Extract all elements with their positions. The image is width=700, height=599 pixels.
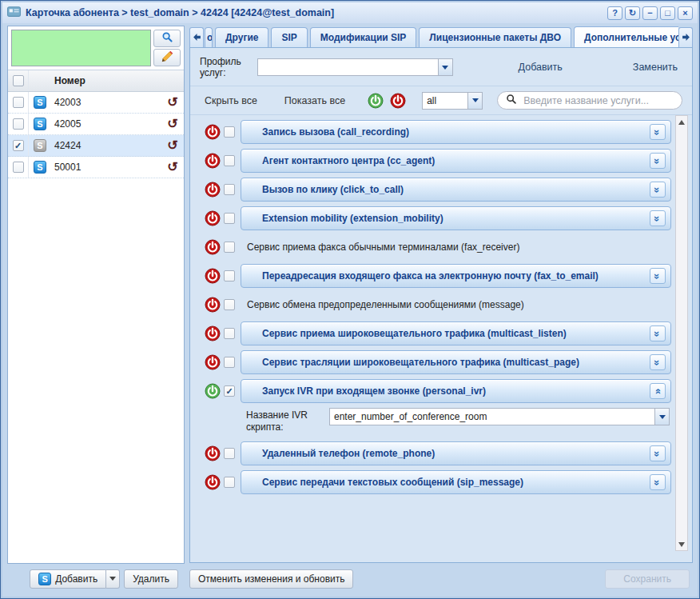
tabs-scroll-left-button[interactable] xyxy=(189,27,204,47)
service-profile-combobox[interactable] xyxy=(257,58,453,76)
refresh-button[interactable]: ↻ xyxy=(625,6,640,20)
service-power-icon[interactable] xyxy=(205,239,221,255)
expand-collapse-button[interactable] xyxy=(650,474,666,490)
history-icon[interactable]: ↺ xyxy=(167,118,177,130)
expand-collapse-button[interactable] xyxy=(650,268,666,284)
tabs-scroll-right-button[interactable] xyxy=(678,27,693,47)
subscriber-row[interactable]: S 42424 ↺ xyxy=(8,135,184,157)
service-checkbox[interactable] xyxy=(224,357,235,368)
expand-collapse-button[interactable] xyxy=(650,445,666,461)
service-power-icon[interactable] xyxy=(205,153,221,169)
service-checkbox[interactable] xyxy=(224,213,235,224)
combo-trigger[interactable] xyxy=(438,59,452,75)
services-scrollbar[interactable] xyxy=(675,115,688,551)
service-checkbox[interactable] xyxy=(224,328,235,339)
service-panel-header[interactable]: Сервис передачи текстовых сообщений (sip… xyxy=(241,470,671,494)
service-panel-header[interactable]: Сервис приема широковещательного трафика… xyxy=(241,321,671,345)
expand-collapse-button[interactable] xyxy=(650,182,666,198)
profile-label: Профиль услуг: xyxy=(200,56,257,78)
add-subscriber-menu-button[interactable] xyxy=(106,569,120,589)
subscriber-checkbox[interactable] xyxy=(13,162,24,173)
service-row: Сервис обмена предопределенными сообщени… xyxy=(205,293,671,317)
service-power-icon[interactable] xyxy=(205,124,221,140)
service-power-icon[interactable] xyxy=(205,182,221,198)
service-search-input[interactable] xyxy=(522,94,674,107)
history-icon[interactable]: ↺ xyxy=(167,139,177,152)
expand-collapse-button[interactable] xyxy=(650,325,666,341)
subscriber-row[interactable]: S 42003 ↺ xyxy=(8,92,184,114)
combo-trigger[interactable] xyxy=(654,409,669,425)
tab-strip: омераДругиеSIPМодификации SIPЛицензионны… xyxy=(204,26,678,47)
service-power-icon[interactable] xyxy=(205,268,221,284)
service-power-icon[interactable] xyxy=(205,297,221,313)
service-power-icon[interactable] xyxy=(205,474,221,490)
search-button[interactable] xyxy=(153,30,181,47)
filter-combobox[interactable]: all xyxy=(422,92,483,110)
service-checkbox[interactable] xyxy=(224,477,235,488)
service-checkbox[interactable] xyxy=(224,385,235,397)
window-controls: ? ↻ − □ × xyxy=(607,6,693,20)
add-subscriber-button[interactable]: S Добавить xyxy=(30,569,106,589)
tab-4[interactable]: Лицензионные пакеты ДВО xyxy=(419,27,571,47)
history-icon[interactable]: ↺ xyxy=(167,96,177,109)
service-checkbox[interactable] xyxy=(224,299,235,310)
service-panel-header[interactable]: Запись вызова (call_recording) xyxy=(241,120,671,144)
profile-replace-button[interactable]: Заменить xyxy=(628,61,682,74)
expand-collapse-button[interactable] xyxy=(650,383,666,399)
service-checkbox[interactable] xyxy=(224,270,235,282)
tab-3[interactable]: Модификации SIP xyxy=(310,27,417,47)
service-panel-header[interactable]: Вызов по клику (click_to_call) xyxy=(241,178,671,202)
service-power-icon[interactable] xyxy=(205,325,221,341)
tab-0[interactable]: омера xyxy=(205,27,213,47)
hide-all-button[interactable]: Скрыть все xyxy=(200,94,262,107)
scroll-up-button[interactable] xyxy=(676,116,687,128)
cancel-and-refresh-button[interactable]: Отменить изменения и обновить xyxy=(189,569,353,589)
expand-collapse-button[interactable] xyxy=(650,354,666,370)
service-checkbox[interactable] xyxy=(224,126,235,138)
column-header-number: Номер xyxy=(51,75,161,86)
scroll-down-button[interactable] xyxy=(676,538,687,550)
expand-collapse-button[interactable] xyxy=(650,210,666,226)
service-checkbox[interactable] xyxy=(224,184,235,195)
expand-collapse-button[interactable] xyxy=(650,124,666,140)
service-power-icon[interactable] xyxy=(205,383,221,399)
service-panel-header[interactable]: Агент контактного центра (cc_agent) xyxy=(241,149,671,173)
enable-all-power-icon[interactable] xyxy=(368,93,384,109)
select-all-checkbox[interactable] xyxy=(13,75,24,86)
service-checkbox[interactable] xyxy=(224,242,235,253)
service-checkbox[interactable] xyxy=(224,448,235,459)
ivr-script-combobox[interactable]: enter_number_of_conference_room xyxy=(329,408,670,425)
maximize-button[interactable]: □ xyxy=(660,6,675,20)
help-button[interactable]: ? xyxy=(607,6,622,20)
service-checkbox[interactable] xyxy=(224,155,235,166)
service-panel-header[interactable]: Переадресация входящего факса на электро… xyxy=(241,264,671,288)
subscriber-checkbox[interactable] xyxy=(13,118,24,130)
history-icon[interactable]: ↺ xyxy=(167,161,177,174)
service-panel-header[interactable]: Удаленный телефон (remote_phone) xyxy=(241,441,671,465)
service-panel-header[interactable]: Запуск IVR при входящем звонке (personal… xyxy=(241,379,671,403)
subscriber-row[interactable]: S 50001 ↺ xyxy=(8,157,184,178)
delete-subscriber-button[interactable]: Удалить xyxy=(124,569,178,589)
close-button[interactable]: × xyxy=(678,6,693,20)
disable-all-power-icon[interactable] xyxy=(390,93,406,109)
service-power-icon[interactable] xyxy=(205,210,221,226)
edit-button[interactable] xyxy=(153,49,181,66)
subscriber-checkbox[interactable] xyxy=(13,140,24,151)
profile-add-button[interactable]: Добавить xyxy=(514,61,567,74)
expand-collapse-button[interactable] xyxy=(650,153,666,169)
number-search-input[interactable] xyxy=(11,30,151,66)
subscriber-checkbox[interactable] xyxy=(13,97,24,108)
subscriber-row[interactable]: S 42005 ↺ xyxy=(8,114,184,135)
tab-5[interactable]: Дополнительные услуги xyxy=(574,26,678,47)
service-panel-header[interactable]: Сервис трасляции широковещательного траф… xyxy=(241,350,671,374)
service-row: Удаленный телефон (remote_phone) xyxy=(205,441,671,465)
show-all-button[interactable]: Показать все xyxy=(280,94,350,107)
double-chevron-icon xyxy=(652,129,662,134)
tab-1[interactable]: Другие xyxy=(215,27,268,47)
tab-2[interactable]: SIP xyxy=(271,27,307,47)
service-power-icon[interactable] xyxy=(205,445,221,461)
service-power-icon[interactable] xyxy=(205,354,221,370)
service-panel-header[interactable]: Extension mobility (extension_mobility) xyxy=(241,206,671,230)
combo-trigger[interactable] xyxy=(467,93,482,109)
minimize-button[interactable]: − xyxy=(642,6,658,20)
